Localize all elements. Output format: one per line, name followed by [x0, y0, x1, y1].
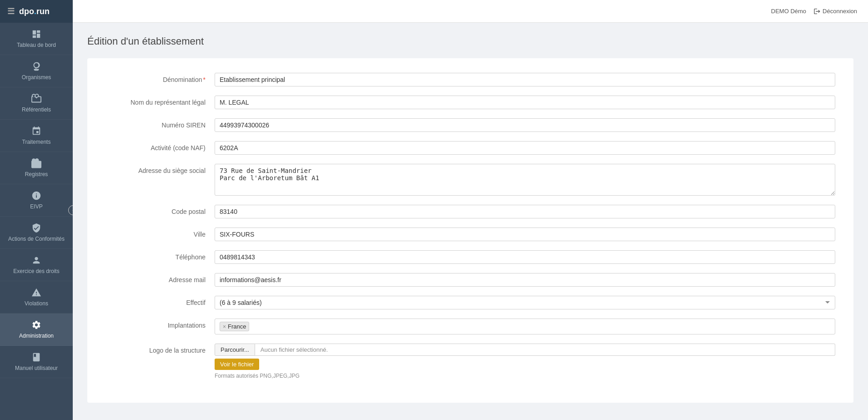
sidebar-item-label: Organismes	[22, 74, 51, 81]
violations-icon	[31, 288, 41, 298]
form-card: Dénomination* Nom du représentant légal …	[87, 58, 853, 403]
sidebar-item-administration[interactable]: Administration	[0, 314, 73, 346]
sidebar-item-label: Exercice des droits	[13, 268, 59, 274]
admin-icon	[31, 320, 41, 330]
sidebar-item-droits[interactable]: Exercice des droits	[0, 249, 73, 281]
sidebar-item-tableau-de-bord[interactable]: Tableau de bord	[0, 23, 73, 55]
topbar: DEMO Démo Déconnexion	[73, 0, 868, 23]
logo-row: Logo de la structure Parcourir... Aucun …	[105, 344, 835, 379]
representant-row: Nom du représentant légal	[105, 96, 835, 109]
sidebar-item-organismes[interactable]: Organismes	[0, 55, 73, 87]
sidebar-item-violations[interactable]: Violations	[0, 281, 73, 314]
implantations-tag: × France	[220, 322, 249, 331]
conformity-icon	[31, 223, 41, 233]
ville-row: Ville	[105, 228, 835, 241]
code-postal-input[interactable]	[215, 205, 835, 218]
email-input[interactable]	[215, 273, 835, 287]
no-file-text: Aucun fichier sélectionné.	[255, 344, 835, 356]
sidebar-item-registres[interactable]: Registres	[0, 152, 73, 184]
code-postal-label: Code postal	[105, 205, 215, 215]
main-area: DEMO Démo Déconnexion Édition d'un établ…	[73, 0, 868, 420]
sidebar: ☰ dpo.run Tableau de bord Organismes Réf…	[0, 0, 73, 420]
sidebar-item-label: Administration	[19, 333, 54, 339]
sidebar-item-manuel[interactable]: Manuel utilisateur	[0, 346, 73, 378]
view-file-container: Voir le fichier	[215, 359, 835, 370]
sidebar-item-conformites[interactable]: Actions de Conformités	[0, 217, 73, 249]
adresse-row: Adresse du siège social 73 Rue de Saint-…	[105, 164, 835, 196]
siren-input[interactable]	[215, 118, 835, 132]
eivp-icon	[31, 191, 41, 201]
sidebar-item-label: Traitements	[22, 139, 51, 145]
adresse-textarea[interactable]: 73 Rue de Saint-Mandrier Parc de l'Arbor…	[215, 164, 835, 196]
sidebar-item-label: Tableau de bord	[17, 42, 56, 48]
organisms-icon	[31, 61, 41, 71]
logo-label: Logo de la structure	[105, 344, 215, 354]
sidebar-item-referentiels[interactable]: Référentiels	[0, 87, 73, 120]
effectif-row: Effectif (6 à 9 salariés)	[105, 296, 835, 309]
logout-button[interactable]: Déconnexion	[813, 8, 857, 15]
sidebar-item-label: EIVP	[30, 203, 42, 210]
rights-icon	[31, 255, 41, 265]
naf-input[interactable]	[215, 141, 835, 155]
naf-row: Activité (code NAF)	[105, 141, 835, 155]
topbar-username: DEMO Démo	[771, 8, 806, 15]
siren-label: Numéro SIREN	[105, 118, 215, 129]
representant-input[interactable]	[215, 96, 835, 109]
denomination-input[interactable]	[215, 73, 835, 86]
hamburger-icon[interactable]: ☰	[7, 6, 15, 16]
manual-icon	[31, 352, 41, 362]
code-postal-row: Code postal	[105, 205, 835, 218]
representant-label: Nom du représentant légal	[105, 96, 215, 106]
registres-icon	[31, 158, 41, 168]
sidebar-item-label: Manuel utilisateur	[15, 365, 58, 371]
logo-text: dpo.run	[19, 7, 50, 16]
tag-remove-icon[interactable]: ×	[223, 324, 226, 330]
sidebar-item-label: Registres	[25, 171, 48, 177]
logo-upload-area: Parcourir... Aucun fichier sélectionné. …	[215, 344, 835, 379]
denomination-label: Dénomination*	[105, 73, 215, 83]
traitements-icon	[31, 126, 41, 136]
siren-row: Numéro SIREN	[105, 118, 835, 132]
logout-label: Déconnexion	[823, 8, 857, 15]
effectif-label: Effectif	[105, 296, 215, 306]
email-label: Adresse mail	[105, 273, 215, 283]
denomination-row: Dénomination*	[105, 73, 835, 86]
effectif-select[interactable]: (6 à 9 salariés)	[215, 296, 835, 309]
implantations-label: Implantations	[105, 319, 215, 329]
implantations-field[interactable]: × France	[215, 319, 835, 334]
sidebar-item-eivp[interactable]: EIVP	[0, 184, 73, 217]
formats-text: Formats autorisés PNG,JPEG,JPG	[215, 373, 835, 379]
sidebar-item-label: Référentiels	[22, 106, 51, 113]
sidebar-item-label: Actions de Conformités	[8, 236, 65, 242]
sidebar-logo: ☰ dpo.run	[0, 0, 73, 23]
telephone-input[interactable]	[215, 250, 835, 264]
page-title: Édition d'un établissement	[87, 35, 853, 47]
adresse-label: Adresse du siège social	[105, 164, 215, 174]
naf-label: Activité (code NAF)	[105, 141, 215, 152]
logo-upload-row: Parcourir... Aucun fichier sélectionné.	[215, 344, 835, 356]
telephone-label: Téléphone	[105, 250, 215, 261]
browse-button[interactable]: Parcourir...	[215, 344, 255, 356]
content-area: Édition d'un établissement Dénomination*…	[73, 23, 868, 420]
logout-icon	[813, 8, 821, 15]
sidebar-item-traitements[interactable]: Traitements	[0, 120, 73, 152]
view-file-button[interactable]: Voir le fichier	[215, 359, 259, 370]
ville-input[interactable]	[215, 228, 835, 241]
referentials-icon	[31, 94, 41, 104]
ville-label: Ville	[105, 228, 215, 238]
telephone-row: Téléphone	[105, 250, 835, 264]
dashboard-icon	[31, 29, 41, 39]
implantations-row: Implantations × France	[105, 319, 835, 334]
sidebar-item-label: Violations	[25, 300, 48, 307]
email-row: Adresse mail	[105, 273, 835, 287]
